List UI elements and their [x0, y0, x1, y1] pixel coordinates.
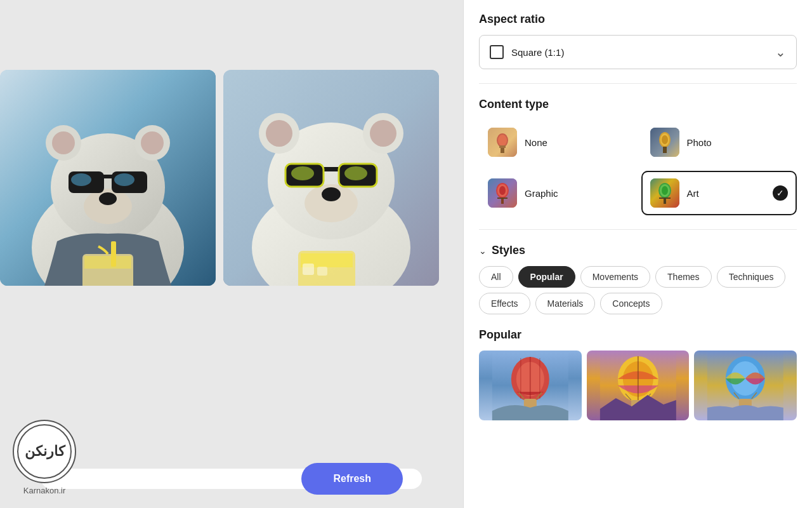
aspect-ratio-label: Square (1:1) [511, 47, 564, 58]
bear-illustration-1 [0, 70, 216, 286]
bear-illustration-2 [223, 70, 439, 286]
style-tab-popular[interactable]: Popular [518, 266, 575, 288]
content-option-art-label: Art [687, 188, 699, 199]
content-thumb-graphic [488, 178, 517, 208]
generated-image-1[interactable] [0, 70, 216, 286]
divider-1 [479, 83, 797, 84]
right-panel: Aspect ratio Square (1:1) ⌄ Content type [463, 0, 812, 508]
aspect-ratio-dropdown[interactable]: Square (1:1) ⌄ [479, 35, 797, 69]
generated-image-2[interactable] [223, 70, 439, 286]
svg-point-12 [71, 173, 91, 186]
content-option-photo[interactable]: Photo [641, 120, 797, 164]
collapse-icon[interactable]: ⌄ [479, 246, 487, 256]
karnakon-logo: کارنکن [16, 423, 73, 480]
style-tab-techniques[interactable]: Techniques [717, 266, 786, 288]
popular-grid [479, 351, 797, 420]
refresh-button[interactable]: Refresh [301, 463, 403, 495]
logo-circle: کارنکن [13, 420, 76, 483]
svg-point-52 [499, 186, 506, 195]
content-option-none[interactable]: None [479, 120, 635, 164]
svg-point-41 [498, 135, 507, 146]
content-option-art[interactable]: Art ✓ [641, 171, 797, 215]
svg-point-13 [114, 173, 134, 186]
style-tab-themes[interactable]: Themes [655, 266, 712, 288]
svg-point-30 [344, 166, 367, 180]
svg-point-47 [662, 135, 668, 144]
art-selected-checkmark: ✓ [773, 185, 788, 201]
svg-rect-67 [524, 399, 537, 408]
content-option-photo-label: Photo [687, 137, 712, 148]
square-icon [490, 45, 504, 59]
svg-rect-35 [303, 264, 314, 275]
popular-section-title: Popular [479, 328, 797, 342]
style-tab-effects[interactable]: Effects [479, 293, 530, 314]
styles-header: ⌄ Styles [479, 244, 797, 257]
style-tab-movements[interactable]: Movements [580, 266, 650, 288]
content-option-graphic[interactable]: Graphic [479, 171, 635, 215]
style-tab-concepts[interactable]: Concepts [600, 293, 662, 314]
content-thumb-none [488, 128, 517, 157]
svg-rect-48 [663, 147, 667, 153]
svg-point-58 [662, 186, 668, 195]
style-tab-materials[interactable]: Materials [535, 293, 596, 314]
logo-area: کارنکن Karnakon.ir [13, 420, 76, 495]
logo-url: Karnakon.ir [23, 486, 65, 495]
svg-point-25 [322, 187, 341, 201]
svg-point-29 [291, 166, 314, 180]
svg-rect-11 [102, 175, 114, 178]
content-thumb-art [650, 178, 679, 208]
aspect-ratio-section-title: Aspect ratio [479, 13, 797, 26]
generated-images-container [0, 70, 463, 286]
svg-point-4 [52, 131, 75, 154]
svg-point-8 [99, 192, 117, 205]
content-option-graphic-label: Graphic [525, 188, 558, 199]
svg-point-6 [141, 131, 164, 154]
svg-rect-15 [84, 256, 131, 269]
content-type-section-title: Content type [479, 98, 797, 111]
content-option-none-label: None [525, 137, 547, 148]
divider-2 [479, 229, 797, 230]
svg-rect-16 [111, 241, 116, 267]
svg-text:کارنکن: کارنکن [25, 443, 66, 460]
popular-item-1[interactable] [479, 351, 582, 420]
svg-point-21 [266, 120, 292, 147]
style-tab-all[interactable]: All [479, 266, 513, 288]
chevron-down-icon: ⌄ [775, 44, 786, 60]
content-thumb-photo [650, 128, 679, 157]
refresh-container: Refresh [41, 469, 422, 489]
aspect-ratio-left: Square (1:1) [490, 45, 564, 59]
popular-item-2[interactable] [587, 351, 690, 420]
popular-item-3[interactable] [694, 351, 797, 420]
content-type-grid: None [479, 120, 797, 215]
styles-section-title: Styles [492, 244, 525, 257]
style-tabs-container: All Popular Movements Themes Techniques … [479, 266, 797, 314]
svg-rect-43 [499, 145, 506, 148]
svg-point-23 [370, 120, 396, 147]
left-panel: Refresh کارنکن Karnakon.ir [0, 0, 463, 508]
svg-rect-36 [317, 267, 327, 276]
